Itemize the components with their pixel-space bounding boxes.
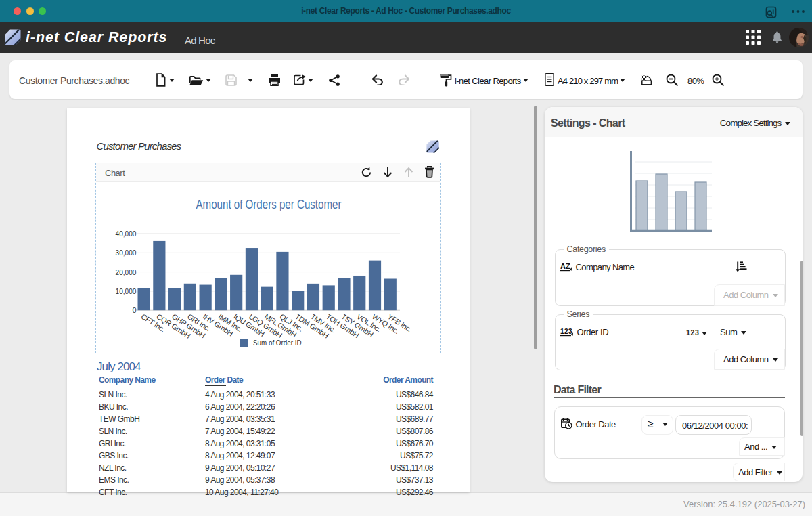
svg-text:40,000: 40,000 (116, 230, 137, 238)
svg-text:20,000: 20,000 (116, 267, 137, 276)
svg-text:10,000: 10,000 (116, 286, 137, 295)
svg-text:Sum of Order ID: Sum of Order ID (253, 339, 302, 347)
svg-text:AZ: AZ (560, 262, 570, 270)
svg-text:30,000: 30,000 (116, 249, 137, 257)
svg-text:0: 0 (132, 306, 136, 314)
svg-text:123: 123 (560, 328, 572, 335)
svg-text:Amount of Orders per Customer: Amount of Orders per Customer (196, 197, 342, 211)
